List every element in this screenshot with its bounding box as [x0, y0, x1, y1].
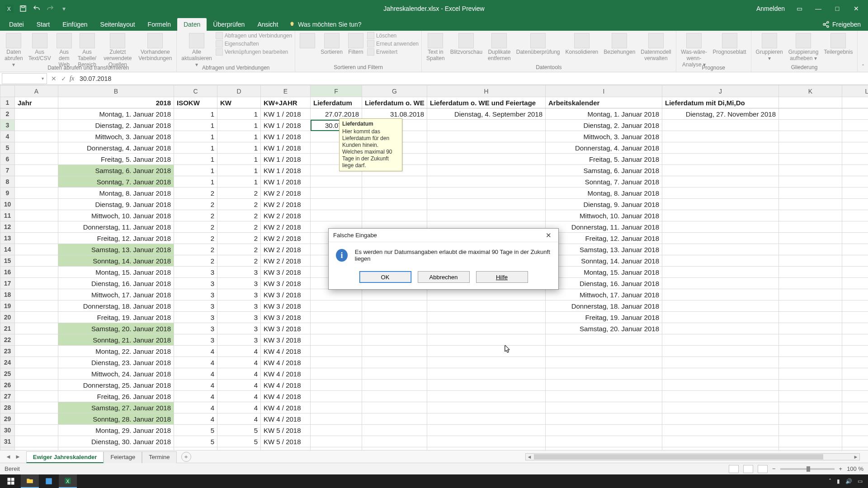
cell[interactable] [842, 312, 868, 323]
cell[interactable] [779, 108, 842, 120]
cell[interactable] [779, 278, 842, 289]
cell[interactable]: Freitag, 12. Januar 2018 [546, 233, 662, 244]
cell[interactable] [362, 380, 427, 391]
cell[interactable] [842, 334, 868, 346]
start-button[interactable] [2, 474, 20, 488]
cell[interactable]: Freitag, 5. Januar 2018 [546, 154, 662, 165]
cell[interactable] [842, 176, 868, 188]
cell[interactable]: 3 [217, 312, 261, 323]
cell[interactable] [662, 165, 779, 176]
cell[interactable]: 3 [217, 278, 261, 289]
cell[interactable] [15, 210, 58, 221]
cell[interactable]: KW 5 / 2018 [261, 425, 311, 436]
cell[interactable] [362, 413, 427, 425]
cell[interactable] [362, 176, 427, 188]
row-header[interactable]: 11 [0, 210, 15, 221]
cell[interactable] [842, 368, 868, 380]
row-header[interactable]: 15 [0, 255, 15, 267]
cell[interactable]: KW 5 / 2018 [261, 436, 311, 447]
view-normal-icon[interactable] [729, 465, 739, 473]
row-header[interactable]: 3 [0, 120, 15, 131]
cell[interactable]: 5 [217, 436, 261, 447]
cell[interactable] [779, 323, 842, 334]
row-header[interactable]: 18 [0, 289, 15, 300]
cell[interactable]: 2 [217, 233, 261, 244]
cell[interactable]: 2 [174, 210, 217, 221]
cell[interactable] [842, 267, 868, 278]
cell[interactable]: KW 1 / 2018 [261, 142, 311, 154]
cell[interactable]: 4 [217, 413, 261, 425]
cell[interactable]: Dienstag, 4. September 2018 [427, 108, 546, 120]
cell[interactable]: 2018 [58, 97, 174, 108]
cell[interactable]: KW 2 / 2018 [261, 244, 311, 255]
cell[interactable] [15, 165, 58, 176]
cell[interactable] [15, 323, 58, 334]
cell[interactable] [842, 402, 868, 413]
cell[interactable] [662, 188, 779, 199]
col-header-A[interactable]: A [15, 85, 58, 97]
cell[interactable] [427, 120, 546, 131]
zoom-in-icon[interactable]: + [839, 465, 843, 472]
cell[interactable] [842, 289, 868, 300]
cell[interactable]: 2 [174, 244, 217, 255]
cell[interactable] [779, 97, 842, 108]
cell[interactable] [362, 425, 427, 436]
cell[interactable] [362, 391, 427, 402]
cell[interactable] [842, 323, 868, 334]
cell[interactable]: Dienstag, 9. Januar 2018 [546, 199, 662, 210]
cell[interactable] [427, 323, 546, 334]
cell[interactable]: 1 [217, 165, 261, 176]
cell[interactable] [662, 131, 779, 142]
cell[interactable]: Sonntag, 21. Januar 2018 [58, 334, 174, 346]
cell[interactable]: KW 4 / 2018 [261, 380, 311, 391]
cell[interactable] [662, 323, 779, 334]
cell[interactable] [842, 425, 868, 436]
ribbon-button[interactable]: Blitzvorschau [448, 32, 484, 56]
cell[interactable]: Samstag, 27. Januar 2018 [58, 402, 174, 413]
select-all-corner[interactable] [0, 85, 15, 97]
col-header-F[interactable]: F [311, 85, 362, 97]
cell[interactable] [15, 154, 58, 165]
cell[interactable] [842, 131, 868, 142]
cell[interactable]: 4 [217, 391, 261, 402]
cell[interactable] [15, 278, 58, 289]
cell[interactable] [842, 142, 868, 154]
cell[interactable] [662, 142, 779, 154]
cell[interactable]: KW 3 / 2018 [261, 278, 311, 289]
cell[interactable] [427, 380, 546, 391]
cell[interactable]: 1 [217, 154, 261, 165]
cell[interactable] [842, 233, 868, 244]
horizontal-scrollbar[interactable]: ◄ ► [525, 453, 860, 460]
cell[interactable]: KW 4 / 2018 [261, 346, 311, 357]
cell[interactable]: Sonntag, 14. Januar 2018 [546, 255, 662, 267]
ribbon-button[interactable]: Alleaktualisieren ▾ [179, 32, 213, 69]
cell[interactable] [842, 244, 868, 255]
cell[interactable]: KW 2 / 2018 [261, 199, 311, 210]
col-header-K[interactable]: K [779, 85, 842, 97]
cell[interactable]: Freitag, 19. Januar 2018 [58, 312, 174, 323]
tab-datei[interactable]: Datei [3, 18, 30, 31]
ribbon-button[interactable]: Duplikateentfernen [486, 32, 513, 63]
cell[interactable]: Dienstag, 16. Januar 2018 [58, 278, 174, 289]
cell[interactable]: 4 [174, 346, 217, 357]
ribbon-button[interactable]: Prognoseblatt [711, 32, 748, 56]
row-header[interactable]: 12 [0, 221, 15, 233]
cell[interactable]: 3 [217, 267, 261, 278]
tab-start[interactable]: Start [30, 18, 57, 31]
tab-daten[interactable]: Daten [177, 18, 207, 31]
cell[interactable] [546, 380, 662, 391]
cell[interactable] [427, 142, 546, 154]
cell[interactable] [311, 368, 362, 380]
cell[interactable]: Dienstag, 27. November 2018 [662, 108, 779, 120]
cell[interactable]: KW 1 / 2018 [261, 108, 311, 120]
cell[interactable] [779, 289, 842, 300]
cell[interactable]: 4 [217, 357, 261, 368]
cell[interactable]: Lieferdatum mit Di,Mi,Do [662, 97, 779, 108]
redo-icon[interactable] [46, 5, 54, 13]
cell[interactable]: 3 [174, 278, 217, 289]
ribbon-button[interactable]: Gruppierungaufheben ▾ [787, 32, 821, 63]
dialog-ok-button[interactable]: OK [359, 271, 411, 283]
cell[interactable] [311, 380, 362, 391]
cell[interactable] [427, 436, 546, 447]
cell[interactable]: Sonntag, 14. Januar 2018 [58, 255, 174, 267]
